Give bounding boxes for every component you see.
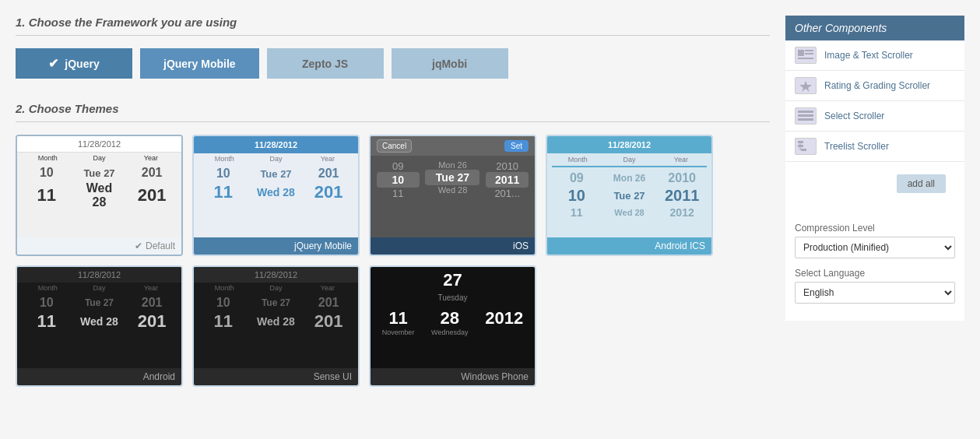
sense-label-text: Sense UI	[314, 371, 352, 382]
step2-divider	[16, 121, 770, 122]
svg-rect-10	[801, 149, 806, 151]
svg-rect-2	[805, 53, 813, 54]
ios-label-text: iOS	[513, 241, 529, 251]
default-label: ✔ Default	[17, 237, 181, 255]
wp-label: Windows Phone	[371, 368, 535, 385]
image-text-icon	[795, 47, 817, 64]
svg-rect-6	[798, 114, 813, 117]
sidebar-item-image-text[interactable]: Image & Text Scroller	[785, 40, 964, 71]
theme-sense-preview: 11/28/2012 Month Day Year 10 Tue 27 201	[194, 267, 358, 368]
jqmobi-label: jqMobi	[432, 58, 467, 70]
theme-jquery-mobile[interactable]: 11/28/2012 Month Day Year 10 Tue 27 201	[192, 135, 360, 256]
compression-label: Compression Level	[795, 223, 955, 234]
svg-rect-7	[798, 118, 813, 121]
theme-sense-ui[interactable]: 11/28/2012 Month Day Year 10 Tue 27 201	[192, 265, 360, 387]
default-date: 11/28/2012	[17, 136, 181, 153]
sidebar-item-select[interactable]: Select Scroller	[785, 101, 964, 132]
sidebar-link-image-text[interactable]: Image & Text Scroller	[824, 50, 913, 61]
jqm-label-text: jQuery Mobile	[294, 241, 352, 251]
treelist-icon	[795, 138, 817, 155]
jquery-mobile-button[interactable]: jQuery Mobile	[140, 48, 259, 79]
svg-rect-5	[798, 111, 813, 113]
svg-marker-4	[799, 81, 812, 92]
sense-label: Sense UI	[194, 368, 358, 385]
theme-wp-preview: 27 Tuesday 11 November 28 Wednesday 2012	[371, 267, 535, 368]
svg-rect-0	[798, 50, 804, 56]
wp-label-text: Windows Phone	[461, 371, 529, 382]
theme-default[interactable]: 11/28/2012 Month Day Year 10 Tue 27 201	[16, 135, 183, 256]
jqmobi-button[interactable]: jqMobi	[392, 48, 508, 79]
theme-android-preview: 11/28/2012 Month Day Year 10 Tue 27 201	[17, 267, 181, 368]
jquery-label: jQuery	[65, 58, 99, 70]
sidebar-item-treelist[interactable]: Treelist Scroller	[785, 132, 964, 162]
sidebar-link-treelist[interactable]: Treelist Scroller	[824, 141, 889, 152]
sidebar-link-rating[interactable]: Rating & Grading Scroller	[824, 80, 930, 91]
default-col-headers: Month Day Year	[17, 153, 181, 163]
theme-jqm-preview: 11/28/2012 Month Day Year 10 Tue 27 201	[194, 136, 358, 237]
themes-grid: 11/28/2012 Month Day Year 10 Tue 27 201	[16, 135, 770, 387]
sidebar-form: Compression Level Production (Minified) …	[785, 215, 964, 321]
default-label-text: Default	[146, 241, 175, 251]
jquery-mobile-label: jQuery Mobile	[163, 58, 236, 70]
zepto-button[interactable]: Zepto JS	[267, 48, 384, 79]
step1-divider	[16, 35, 770, 36]
language-label: Select Language	[795, 268, 955, 279]
main-content: 1. Choose the Framework you are using ✔ …	[16, 16, 770, 387]
android-label: Android	[17, 368, 181, 385]
theme-android-ics[interactable]: 11/28/2012 Month Day Year 09 Mon 26 2010	[546, 135, 713, 256]
android-label-text: Android	[143, 371, 175, 382]
jquery-button[interactable]: ✔ jQuery	[16, 48, 132, 79]
ics-label-text: Android ICS	[655, 241, 705, 251]
check-icon: ✔	[48, 56, 58, 71]
compression-select[interactable]: Production (Minified) Development None	[795, 237, 955, 258]
sidebar: Other Components Image & Text Scroller R…	[785, 16, 964, 387]
theme-ios[interactable]: Cancel Set 09 10 11 Mon 26 Tue 27 Wed 28	[369, 135, 536, 256]
svg-rect-8	[798, 141, 803, 143]
theme-ics-preview: 11/28/2012 Month Day Year 09 Mon 26 2010	[547, 136, 711, 237]
svg-rect-1	[805, 50, 813, 51]
ics-label: Android ICS	[547, 237, 711, 255]
jqm-label: jQuery Mobile	[194, 237, 358, 255]
language-select[interactable]: English Spanish French German	[795, 282, 955, 304]
theme-default-preview: 11/28/2012 Month Day Year 10 Tue 27 201	[17, 136, 181, 237]
framework-buttons: ✔ jQuery jQuery Mobile Zepto JS jqMobi	[16, 48, 770, 79]
ios-label: iOS	[371, 237, 535, 255]
sidebar-item-rating[interactable]: Rating & Grading Scroller	[785, 71, 964, 101]
zepto-label: Zepto JS	[302, 58, 348, 70]
rating-icon	[795, 77, 817, 94]
theme-android[interactable]: 11/28/2012 Month Day Year 10 Tue 27 201	[16, 265, 183, 387]
sidebar-link-select[interactable]: Select Scroller	[824, 111, 884, 121]
select-icon	[795, 107, 817, 125]
step2-title: 2. Choose Themes	[16, 102, 770, 115]
sidebar-header: Other Components	[785, 16, 964, 40]
step1-title: 1. Choose the Framework you are using	[16, 16, 770, 29]
svg-rect-3	[798, 58, 813, 59]
theme-ios-preview: Cancel Set 09 10 11 Mon 26 Tue 27 Wed 28	[371, 136, 535, 237]
add-all-button[interactable]: add all	[897, 174, 946, 193]
theme-windows-phone[interactable]: 27 Tuesday 11 November 28 Wednesday 2012	[369, 265, 536, 387]
